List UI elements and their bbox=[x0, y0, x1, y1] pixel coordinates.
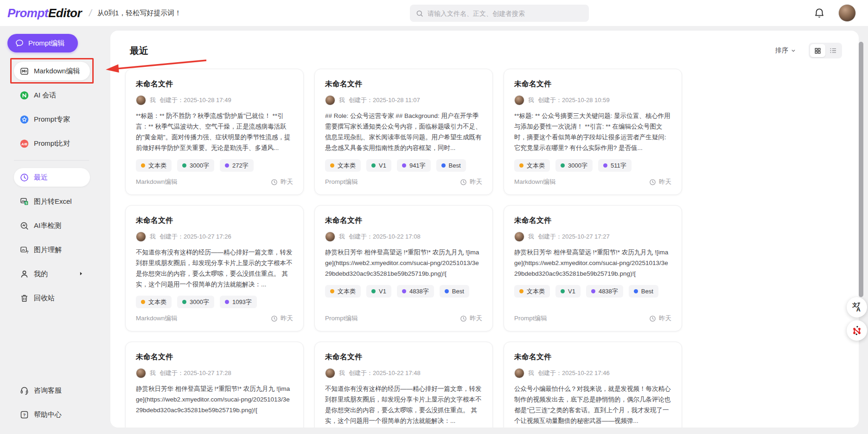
card-tag: 文本类 bbox=[514, 285, 550, 298]
chevron-right-icon bbox=[78, 271, 84, 277]
scrollbar-thumb[interactable] bbox=[859, 42, 863, 297]
card-type-label: Markdown编辑 bbox=[514, 178, 555, 186]
document-card[interactable]: 未命名文件 我 创建于：2025-10-28 17:49 **标题：** 防不胜… bbox=[125, 69, 304, 195]
card-time-text: 昨天 bbox=[281, 314, 293, 323]
headset-icon bbox=[19, 386, 29, 395]
prompt-edit-button[interactable]: Prompt编辑 bbox=[7, 34, 78, 52]
card-owner: 我 bbox=[150, 369, 156, 377]
tag-label: 文本类 bbox=[527, 287, 545, 296]
document-card[interactable]: 未命名文件 我 创建于：2025-10-27 17:27 静赏秋日芳华 相伴登高… bbox=[504, 205, 682, 331]
card-footer: Markdown编辑 昨天 bbox=[136, 314, 293, 323]
user-avatar[interactable] bbox=[838, 4, 856, 22]
card-meta: 我 创建于：2025-10-27 17:27 bbox=[514, 232, 671, 242]
document-card[interactable]: 未命名文件 我 创建于：2025-10-28 10:59 **标题: ** 公众… bbox=[504, 69, 682, 195]
sort-dropdown[interactable]: 排序 bbox=[775, 46, 797, 55]
document-card[interactable]: 未命名文件 我 创建于：2025-10-22 17:08 静赏秋日芳华 相伴登高… bbox=[314, 205, 493, 331]
card-time: 昨天 bbox=[649, 178, 671, 186]
tagline: 从0到1，轻松写好提示词！ bbox=[97, 9, 182, 18]
sidebar-item-ai-session[interactable]: AI 会话 bbox=[14, 86, 90, 104]
card-meta: 我 创建于：2025-10-22 17:46 bbox=[514, 368, 671, 378]
card-time: 昨天 bbox=[271, 314, 293, 323]
sidebar-item-ai-detect[interactable]: AI率检测 bbox=[14, 216, 90, 235]
logo-divider: / bbox=[89, 8, 92, 19]
document-card[interactable]: 未命名文件 我 创建于：2025-10-28 11:07 ## Role: 公众… bbox=[314, 69, 493, 195]
card-created-date: 创建于：2025-10-22 17:46 bbox=[538, 369, 610, 377]
sidebar-item-headset[interactable]: 咨询客服 bbox=[14, 381, 90, 400]
grid-view-button[interactable] bbox=[810, 44, 825, 57]
card-owner-avatar bbox=[136, 368, 146, 378]
sidebar-item-expert-star[interactable]: Prompt专家 bbox=[14, 110, 90, 129]
logo-part1: Prompt bbox=[7, 6, 48, 20]
sidebar-item-ab-compare[interactable]: A/B Prompt比对 bbox=[14, 134, 90, 153]
card-created-date: 创建于：2025-10-28 11:07 bbox=[349, 96, 420, 104]
document-card[interactable]: 未命名文件 我 创建于：2025-10-27 17:28 静赏秋日芳华 相伴登高… bbox=[125, 342, 304, 428]
sidebar-item-help[interactable]: ? 帮助中心 bbox=[14, 405, 90, 424]
main-panel: 最近 排序 未命名文件 我 创建于：2025-10- bbox=[110, 31, 859, 428]
tag-label: 文本类 bbox=[338, 287, 356, 296]
tag-label: Best bbox=[641, 288, 653, 295]
tag-label: 272字 bbox=[232, 162, 249, 170]
sidebar-item-user[interactable]: 我的 bbox=[14, 265, 90, 283]
sidebar-item-trash[interactable]: 回收站 bbox=[14, 289, 90, 307]
tag-color-dot bbox=[330, 163, 334, 168]
svg-text:?: ? bbox=[23, 412, 26, 417]
sidebar-item-label: 图片理解 bbox=[34, 246, 62, 254]
card-preview: **标题: ** 公众号摘要三大关键问题: 显示位置、核心作用与添加必要性一次说… bbox=[514, 110, 671, 153]
tag-label: 3000字 bbox=[190, 298, 209, 306]
card-title: 未命名文件 bbox=[514, 216, 671, 226]
panel-header: 最近 排序 bbox=[110, 31, 859, 69]
card-footer: Prompt编辑 昨天 bbox=[325, 314, 482, 323]
sidebar-item-markdown[interactable]: Markdown编辑 bbox=[14, 62, 90, 80]
card-meta: 我 创建于：2025-10-28 10:59 bbox=[514, 95, 671, 105]
card-tags: 文本类3000字1093字 bbox=[136, 296, 293, 308]
ab-compare-icon: A/B bbox=[19, 139, 29, 149]
svg-text:S: S bbox=[26, 201, 28, 204]
tag-color-dot bbox=[402, 289, 406, 293]
card-owner: 我 bbox=[528, 96, 534, 104]
clock-icon bbox=[460, 179, 467, 186]
card-tags: 文本类V14838字Best bbox=[325, 285, 482, 298]
tag-label: 文本类 bbox=[148, 162, 166, 170]
card-owner-avatar bbox=[514, 95, 524, 105]
tag-label: V1 bbox=[379, 288, 386, 295]
svg-text:?: ? bbox=[26, 249, 29, 254]
sidebar-item-label: 咨询客服 bbox=[34, 386, 62, 395]
sidebar-item-image-to-excel[interactable]: S 图片转Excel bbox=[14, 192, 90, 211]
card-tag: 3000字 bbox=[555, 159, 593, 172]
tag-label: Best bbox=[449, 162, 461, 169]
tag-label: 文本类 bbox=[338, 162, 356, 170]
search-input[interactable] bbox=[428, 10, 583, 17]
card-footer: Markdown编辑 昨天 bbox=[136, 178, 293, 186]
sidebar-item-image-understand[interactable]: ? 图片理解 bbox=[14, 240, 90, 259]
card-preview: 静赏秋日芳华 相伴登高望远 !*重阳节!* 农历九月九 ![image](htt… bbox=[514, 247, 671, 279]
sidebar-item-clock[interactable]: 最近 bbox=[14, 168, 90, 187]
tag-color-dot bbox=[441, 163, 446, 168]
chat-bubble-icon bbox=[15, 39, 24, 48]
card-meta: 我 创建于：2025-10-22 17:48 bbox=[325, 368, 482, 378]
app-logo[interactable]: PromptEditor bbox=[7, 6, 82, 20]
card-owner-avatar bbox=[325, 368, 335, 378]
document-card[interactable]: 未命名文件 我 创建于：2025-10-22 17:46 公众号小编最怕什么？对… bbox=[504, 342, 682, 428]
tag-color-dot bbox=[445, 289, 449, 293]
card-tag: 941字 bbox=[397, 159, 431, 172]
tag-label: V1 bbox=[568, 288, 575, 295]
card-tag: 3000字 bbox=[177, 296, 214, 308]
search-icon bbox=[415, 9, 424, 18]
search-bar[interactable] bbox=[410, 5, 589, 22]
sidebar: Prompt编辑 Markdown编辑 AI 会话 Prompt专家 A/B P… bbox=[0, 26, 97, 434]
card-owner: 我 bbox=[528, 233, 534, 241]
document-card[interactable]: 未命名文件 我 创建于：2025-10-22 17:48 不知道你有没有这样的经… bbox=[314, 342, 493, 428]
tag-color-dot bbox=[225, 300, 229, 304]
document-card[interactable]: 未命名文件 我 创建于：2025-10-27 17:26 不知道你有没有这样的经… bbox=[125, 205, 304, 331]
card-tag: 272字 bbox=[220, 159, 254, 172]
card-time-text: 昨天 bbox=[470, 314, 482, 323]
list-view-button[interactable] bbox=[825, 44, 841, 57]
graph-float-button[interactable] bbox=[847, 320, 867, 341]
tag-color-dot bbox=[225, 163, 229, 168]
clock-icon bbox=[460, 315, 467, 322]
cards-grid: 未命名文件 我 创建于：2025-10-28 17:49 **标题：** 防不胜… bbox=[110, 69, 859, 428]
card-title: 未命名文件 bbox=[514, 352, 671, 362]
tag-color-dot bbox=[603, 163, 607, 168]
translate-float-button[interactable]: 文A bbox=[847, 297, 867, 317]
notification-bell-icon[interactable] bbox=[813, 7, 825, 19]
